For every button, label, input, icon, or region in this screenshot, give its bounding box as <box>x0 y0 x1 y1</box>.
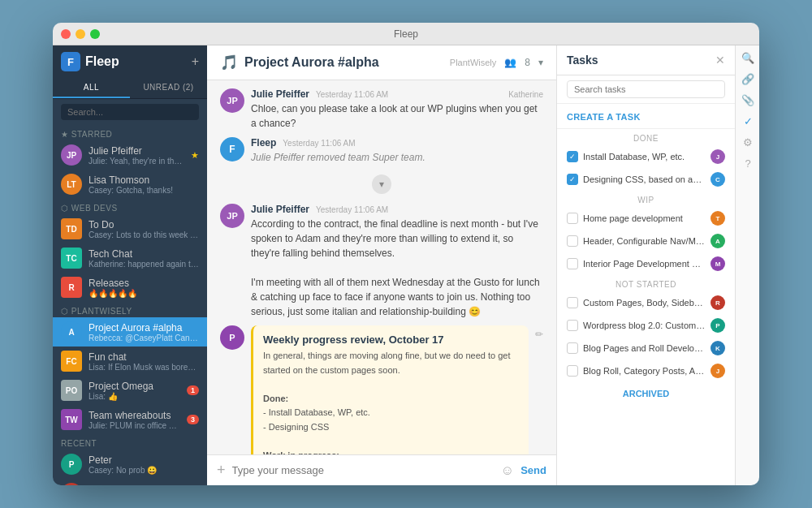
tasks-header: Tasks ✕ <box>557 45 735 75</box>
item-name: Project Omega <box>89 381 180 392</box>
avatar: CG <box>61 483 82 485</box>
item-preview: Julie: PLUM inc office opening pa... <box>89 421 180 430</box>
task-checkbox[interactable] <box>567 297 578 308</box>
tasks-search-input[interactable] <box>567 80 725 98</box>
collapse-button[interactable]: ▾ <box>372 174 391 194</box>
message-time: Yesterday 11:06 AM <box>316 90 388 99</box>
tab-all[interactable]: ALL <box>53 78 130 98</box>
task-checkbox[interactable] <box>567 213 578 224</box>
sidebar-search-input[interactable] <box>61 104 199 120</box>
task-item: Wordpress blog 2.0: Custom Page... P <box>557 314 735 337</box>
plant-label: PlantWisely <box>450 58 496 67</box>
sidebar-item-peter[interactable]: P Peter Casey: No prob 😀 <box>53 450 207 479</box>
task-avatar: J <box>710 149 725 164</box>
close-button[interactable] <box>61 29 71 39</box>
tab-unread[interactable]: UNREAD (2) <box>130 78 207 98</box>
task-checkbox[interactable] <box>567 235 578 247</box>
tasks-search-container <box>557 75 735 104</box>
chat-title: 🎵 Project Aurora #alpha <box>220 54 379 71</box>
task-checkbox[interactable] <box>567 320 578 331</box>
traffic-lights <box>61 29 100 39</box>
avatar: P <box>61 454 82 475</box>
highlighted-message: Weekly progress review, October 17 In ge… <box>251 325 529 454</box>
edit-icon[interactable]: ✏ <box>535 325 543 340</box>
message-header: Julie Pfeiffer Yesterday 11:06 AM <box>251 204 543 215</box>
tasks-title: Tasks <box>567 54 598 67</box>
webdevs-section-label: ⬡ WEB DEVS <box>53 199 207 214</box>
task-item: Designing CSS, based on agreed t... C <box>557 168 735 191</box>
archived-button[interactable]: ARCHIVED <box>557 382 735 405</box>
task-avatar: M <box>710 256 725 271</box>
message-time: Yesterday 11:06 AM <box>283 139 355 148</box>
emoji-button[interactable]: ☺ <box>501 463 514 478</box>
recent-section-label: RECENT <box>53 434 207 450</box>
sidebar: F Fleep + ALL UNREAD (2) ★ STARRED JP Ju… <box>53 45 207 485</box>
tasks-done-label: DONE <box>557 129 735 145</box>
message-header: Julie Pfeiffer Yesterday 11:06 AM <box>251 88 388 100</box>
message-row: JP Julie Pfeiffer Yesterday 11:06 AM Acc… <box>220 204 543 319</box>
avatar: LT <box>61 174 82 195</box>
message-time: Yesterday 11:06 AM <box>316 205 388 214</box>
message-input[interactable] <box>232 464 495 476</box>
task-item: Home page development T <box>557 207 735 230</box>
avatar: TD <box>61 218 82 239</box>
attachment-panel-icon[interactable]: 📎 <box>739 91 757 109</box>
sidebar-item-julie[interactable]: JP Julie Pfeiffer Julie: Yeah, they're i… <box>53 140 207 170</box>
settings-panel-icon[interactable]: ⚙ <box>739 133 757 151</box>
add-attachment-button[interactable]: + <box>217 462 226 479</box>
link-panel-icon[interactable]: 🔗 <box>739 70 757 88</box>
sidebar-search-container <box>53 99 207 125</box>
message-header: Fleep Yesterday 11:06 AM <box>251 137 543 149</box>
maximize-button[interactable] <box>90 29 100 39</box>
sidebar-item-aurora[interactable]: A Project Aurora #alpha Rebecca: @CaseyP… <box>53 317 207 347</box>
avatar: TW <box>61 409 82 430</box>
task-checkbox[interactable] <box>567 365 578 377</box>
sidebar-item-omega[interactable]: PO Project Omega Lisa: 👍 1 <box>53 376 207 405</box>
minimize-button[interactable] <box>76 29 85 39</box>
item-name: To Do <box>89 219 199 230</box>
sidebar-item-releases[interactable]: R Releases 🔥🔥🔥🔥🔥 <box>53 273 207 302</box>
plantwisely-section-label: ⬡ PLANTWISELY <box>53 302 207 317</box>
highlight-title: Weekly progress review, October 17 <box>263 334 519 346</box>
message-row-system: F Fleep Yesterday 11:06 AM Julie Pfeiffe… <box>220 137 543 165</box>
item-preview: Lisa: 👍 <box>89 392 180 401</box>
task-avatar: C <box>710 172 725 187</box>
chat-header-right: PlantWisely 👥 8 ▾ <box>450 57 543 68</box>
sidebar-item-chloe[interactable]: CG Chloe Grover Casey: IMG_1394.PNG <box>53 479 207 485</box>
message-content: Fleep Yesterday 11:06 AM Julie Pfeiffer … <box>251 137 543 165</box>
tasks-close-button[interactable]: ✕ <box>715 54 725 67</box>
sidebar-item-lisa[interactable]: LT Lisa Thomson Casey: Gotcha, thanks! <box>53 170 207 199</box>
create-task-button[interactable]: CREATE A TASK <box>567 112 641 122</box>
sidebar-item-techchat[interactable]: TC Tech Chat Katherine: happened again t… <box>53 243 207 273</box>
avatar: PO <box>61 380 82 401</box>
starred-section-label: ★ STARRED <box>53 125 207 140</box>
chat-title-text: Project Aurora #alpha <box>244 55 379 70</box>
message-content: Julie Pfeiffer Yesterday 11:06 AM Accord… <box>251 204 543 319</box>
task-item: Blog Pages and Roll Development... K <box>557 337 735 359</box>
expand-icon[interactable]: ▾ <box>538 57 543 68</box>
sidebar-item-whereabouts[interactable]: TW Team whereabouts Julie: PLUM inc offi… <box>53 405 207 434</box>
task-checkbox[interactable] <box>567 342 578 354</box>
sidebar-item-funchat[interactable]: FC Fun chat Lisa: If Elon Musk was bored… <box>53 347 207 376</box>
task-text: Home page development <box>583 213 706 223</box>
add-conversation-button[interactable]: + <box>192 54 199 69</box>
task-text: Install Database, WP, etc. <box>583 152 706 161</box>
tasks-panel-icon[interactable]: ✓ <box>739 112 757 130</box>
sidebar-item-todo[interactable]: TD To Do Casey: Lots to do this week 💥 <box>53 214 207 243</box>
item-name: Lisa Thomson <box>89 174 199 186</box>
task-checkbox[interactable] <box>567 151 578 162</box>
chat-title-icon: 🎵 <box>220 54 238 71</box>
send-button[interactable]: Send <box>520 464 546 476</box>
task-checkbox[interactable] <box>567 174 578 185</box>
message-avatar: JP <box>220 204 244 228</box>
task-checkbox[interactable] <box>567 258 578 269</box>
item-name: Fun chat <box>89 351 199 363</box>
search-panel-icon[interactable]: 🔍 <box>739 49 757 67</box>
task-item: Blog Roll, Category Posts, Archive... J <box>557 359 735 382</box>
fleep-logo-icon: F <box>61 52 80 71</box>
chat-input-bar: + ☺ Send <box>207 454 556 485</box>
help-panel-icon[interactable]: ? <box>739 154 757 172</box>
tasks-body: DONE Install Database, WP, etc. J Design… <box>557 129 735 485</box>
message-row: JP Julie Pfeiffer Yesterday 11:06 AM Kat… <box>220 88 543 131</box>
task-item: Install Database, WP, etc. J <box>557 145 735 168</box>
